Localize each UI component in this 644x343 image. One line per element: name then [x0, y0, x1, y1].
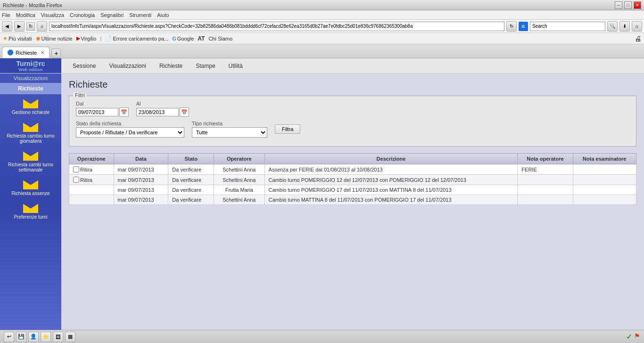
tabs-bar: 🔵 Richieste ✕ +	[0, 44, 644, 58]
table-row: mar 09/07/2013Da verificareSchettini Ann…	[69, 195, 636, 205]
cell-operazione: Ritira	[69, 164, 114, 175]
cell-nota-es	[573, 185, 636, 195]
menu-sessione[interactable]: Sessione	[66, 60, 102, 72]
cell-stato: Da verificare	[168, 185, 214, 195]
bookmark-ultime-notizie[interactable]: ◉ Ultime notizie	[36, 35, 73, 41]
menu-file[interactable]: File	[2, 12, 10, 18]
cell-nota-op: FERIE	[518, 164, 573, 175]
sidebar-visualizzazioni[interactable]: Visualizzazioni	[0, 74, 61, 83]
browser-title: Richieste - Mozilla Firefox	[3, 2, 62, 8]
table-row: Ritiramar 09/07/2013Da verificareSchetti…	[69, 164, 636, 175]
cell-nota-es	[573, 175, 636, 185]
bookmark-google[interactable]: G Google	[172, 36, 194, 41]
browser-menubar: File Modifica Visualizza Cronologia Segn…	[0, 10, 644, 20]
toolbar-save[interactable]: 💾	[16, 332, 26, 342]
menu-cronologia[interactable]: Cronologia	[70, 12, 95, 18]
page-title: Richieste	[69, 79, 636, 90]
table-row: mar 09/07/2013Da verificareFrutta MariaC…	[69, 185, 636, 195]
menu-visualizza[interactable]: Visualizza	[41, 12, 64, 18]
toolbar-user[interactable]: 👤	[28, 332, 39, 342]
home-nav-button[interactable]: ⌂	[632, 21, 642, 32]
toolbar-right-icons: ✓ ⚑	[626, 332, 640, 341]
menu-modifica[interactable]: Modifica	[16, 12, 35, 18]
sidebar-item-gestione[interactable]: Gestione richieste	[0, 94, 61, 118]
toolbar-image[interactable]: 🖼	[53, 332, 63, 342]
toolbar-undo[interactable]: ↩	[4, 332, 14, 342]
col-operazione: Operazione	[69, 154, 114, 164]
sidebar-item-cambio-giornaliera[interactable]: Richiesta cambio turno giornaliera	[0, 118, 61, 147]
dal-input-group: 📅	[76, 107, 129, 117]
cell-data: mar 09/07/2013	[114, 175, 168, 185]
cell-stato: Da verificare	[168, 164, 214, 175]
menu-strumenti[interactable]: Strumenti	[129, 12, 151, 18]
col-operatore: Operatore	[214, 154, 264, 164]
col-stato: Stato	[168, 154, 214, 164]
menu-segnalibri[interactable]: Segnalibri	[100, 12, 124, 18]
bookmark-chi-siamo[interactable]: Chi Siamo	[208, 36, 232, 41]
new-tab-button[interactable]: +	[51, 49, 61, 58]
bookmark-virgilio[interactable]: ▶ Virgilio	[76, 35, 97, 41]
data-table: Operazione Data Stato Operatore Descrizi…	[69, 153, 636, 205]
bottom-toolbar: ↩ 💾 👤 ⭐ 🖼 ▦ ✓ ⚑	[0, 330, 644, 343]
refresh-button[interactable]: ↻	[26, 22, 35, 31]
cell-nota-es	[573, 164, 636, 175]
menu-richieste[interactable]: Richieste	[153, 60, 189, 72]
bookmark-errore[interactable]: 📄 Errore caricamento pa...	[105, 35, 168, 41]
forward-button[interactable]: ▶	[14, 21, 25, 32]
al-input[interactable]	[136, 108, 179, 116]
al-group: Al 📅	[136, 101, 189, 117]
address-bar: ◀ ▶ ↻ ⌂ ↻ G 🔍 ⬇ ⌂	[0, 20, 644, 33]
al-calendar-button[interactable]: 📅	[180, 107, 189, 117]
cell-operatore: Frutta Maria	[214, 185, 264, 195]
tab-close-button[interactable]: ✕	[41, 50, 44, 55]
ritira-checkbox[interactable]	[73, 177, 79, 183]
sidebar-item-cambi-settimanale[interactable]: Richiesta cambi turno settimanale	[0, 147, 61, 175]
cell-operatore: Schettini Anna	[214, 164, 264, 175]
tab-icon: 🔵	[7, 49, 14, 56]
dal-calendar-button[interactable]: 📅	[119, 107, 129, 117]
maximize-button[interactable]: □	[624, 1, 632, 9]
sidebar-item-preferenze[interactable]: Preferenze turni	[0, 199, 61, 222]
stato-select[interactable]: Proposte / Rifiutate / Da verificare Tut…	[76, 127, 184, 138]
menu-aiuto[interactable]: Aiuto	[157, 12, 169, 18]
print-button[interactable]: 🖨	[635, 35, 641, 42]
minimize-button[interactable]: ─	[615, 1, 622, 9]
menu-stampe[interactable]: Stampe	[189, 60, 222, 72]
refresh-icon[interactable]: ↻	[506, 21, 517, 32]
cell-data: mar 09/07/2013	[114, 195, 168, 205]
tipo-label: Tipo richiesta	[192, 121, 267, 126]
search-input[interactable]	[530, 22, 605, 31]
tab-richieste[interactable]: 🔵 Richieste ✕	[2, 47, 50, 58]
sidebar-item-preferenze-label: Preferenze turni	[14, 214, 47, 220]
filter-row-dates: Dal 📅 Al 📅	[76, 101, 629, 117]
bookmark-at[interactable]: AT	[198, 35, 205, 42]
sidebar-item-cambi-settimanale-label: Richiesta cambi turno settimanale	[2, 162, 59, 172]
col-nota-op: Nota operatore	[518, 154, 573, 164]
ritira-checkbox[interactable]	[73, 166, 79, 172]
logo-sub: Web edition	[19, 67, 43, 72]
col-data: Data	[114, 154, 168, 164]
menu-visualizzazioni[interactable]: Visualizzazioni	[102, 60, 153, 72]
search-button[interactable]: 🔍	[607, 21, 618, 32]
sidebar-richieste[interactable]: Richieste	[0, 83, 61, 94]
close-button[interactable]: ✕	[634, 1, 641, 9]
toolbar-grid[interactable]: ▦	[65, 332, 75, 342]
envelope-icon-preferenze	[23, 202, 38, 213]
cell-operatore: Schettini Anna	[214, 195, 264, 205]
download-button[interactable]: ⬇	[619, 21, 630, 32]
tipo-select[interactable]: Tutte Cambio turno Assenze	[192, 127, 267, 138]
address-input[interactable]	[49, 22, 504, 31]
sidebar-item-assenze[interactable]: Richiesta assenze	[0, 175, 61, 199]
back-button[interactable]: ◀	[2, 21, 12, 32]
envelope-icon-gestione	[23, 97, 38, 108]
toolbar-star[interactable]: ⭐	[41, 332, 51, 342]
bookmark-piu-visitati[interactable]: ★ Più visitati	[3, 35, 32, 41]
home-button[interactable]: ⌂	[37, 21, 47, 32]
cell-descrizione: Cambio turno POMERIGGIO 12 del 12/07/201…	[264, 175, 518, 185]
app-menu-items: Sessione Visualizzazioni Richieste Stamp…	[61, 60, 254, 72]
menu-utilita[interactable]: Utilità	[222, 60, 249, 72]
filtra-button[interactable]: Filtra	[275, 124, 300, 134]
dal-input[interactable]	[76, 108, 118, 116]
al-label: Al	[136, 101, 189, 106]
content-area: Visualizzazioni Richieste Gestione richi…	[0, 74, 644, 330]
